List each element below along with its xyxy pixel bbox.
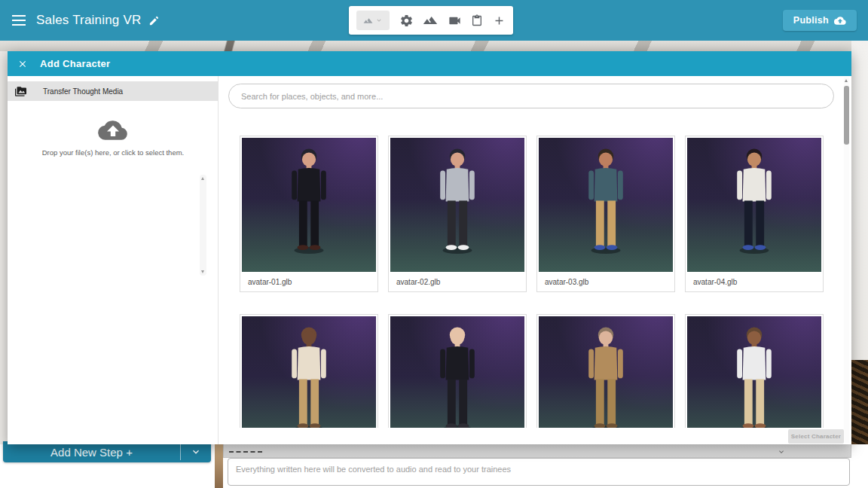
scrollbar-thumb[interactable]	[844, 86, 849, 145]
avatar-preview	[390, 138, 524, 272]
cloud-upload-icon	[98, 118, 128, 142]
avatar-figure	[563, 144, 649, 264]
sidebar-item-label: Transfer Thought Media	[43, 87, 123, 96]
avatar-card[interactable]	[685, 314, 824, 428]
avatar-filename: avatar-02.glb	[389, 272, 526, 291]
sidebar-item-transfer-thought-media[interactable]: Transfer Thought Media	[8, 81, 219, 101]
cloud-upload-icon	[834, 16, 846, 26]
avatar-preview	[242, 316, 376, 428]
clipboard-icon[interactable]	[471, 10, 483, 31]
scroll-down-icon[interactable]	[201, 270, 204, 273]
avatar-preview	[539, 138, 673, 272]
avatar-filename: avatar-01.glb	[240, 272, 377, 291]
modal-header: Add Character	[8, 51, 851, 76]
avatar-filename: avatar-03.glb	[537, 272, 674, 291]
dropzone-text: Drop your file(s) here, or click to sele…	[8, 148, 219, 157]
sidebar-scrollbar[interactable]	[200, 175, 206, 276]
settings-icon[interactable]	[399, 10, 414, 31]
avatar-grid: avatar-01.glb	[240, 136, 829, 428]
asset-browser: avatar-01.glb	[219, 76, 851, 444]
avatar-card[interactable]: avatar-01.glb	[240, 136, 378, 292]
scene-background-left	[0, 51, 8, 444]
add-icon[interactable]	[493, 10, 506, 31]
content-scrollbar[interactable]	[844, 78, 849, 443]
avatar-figure	[266, 144, 352, 264]
avatar-filename: avatar-04.glb	[686, 272, 823, 291]
edit-title-icon[interactable]	[148, 15, 160, 26]
narration-panel-header[interactable]	[223, 443, 851, 458]
file-dropzone[interactable]: Drop your file(s) here, or click to sele…	[8, 118, 219, 171]
avatar-figure	[563, 322, 649, 428]
avatar-figure	[711, 322, 797, 428]
scroll-up-icon[interactable]	[845, 79, 848, 82]
top-app-bar: Sales Training VR Publish	[0, 0, 868, 41]
avatar-card[interactable]	[388, 314, 527, 428]
scene-background-strip	[0, 41, 868, 51]
media-sidebar: Transfer Thought Media Drop your file(s)…	[8, 76, 219, 444]
avatar-figure	[266, 322, 352, 428]
narration-input[interactable]	[228, 458, 850, 486]
avatar-figure	[711, 144, 797, 264]
publish-button[interactable]: Publish	[783, 10, 857, 31]
avatar-preview	[242, 138, 376, 272]
modal-title: Add Character	[40, 58, 110, 69]
menu-icon[interactable]	[8, 9, 30, 32]
video-camera-icon[interactable]	[448, 10, 462, 31]
avatar-preview	[390, 316, 524, 428]
search-input[interactable]	[228, 84, 834, 108]
scroll-up-icon[interactable]	[201, 177, 204, 180]
avatar-figure	[414, 322, 500, 428]
project-title: Sales Training VR	[36, 13, 141, 28]
scene-select-dropdown[interactable]	[356, 11, 390, 30]
avatar-card[interactable]	[536, 314, 675, 428]
terrain-icon[interactable]	[423, 10, 438, 31]
avatar-preview	[687, 138, 821, 272]
chevron-down-icon	[375, 17, 383, 24]
scene-wood-plank	[215, 444, 223, 488]
avatar-card[interactable]: avatar-02.glb	[388, 136, 527, 292]
add-character-modal: Add Character Transfer Thought Media Dro…	[8, 51, 851, 444]
avatar-preview	[687, 316, 821, 428]
scene-background-dark	[851, 360, 868, 444]
avatar-preview	[539, 316, 673, 428]
avatar-card[interactable]	[240, 314, 378, 428]
narration-label-underline	[229, 451, 262, 453]
scene-toolbar	[349, 6, 513, 35]
add-new-step-button[interactable]: Add New Step +	[3, 441, 211, 462]
add-step-label: Add New Step +	[3, 441, 180, 462]
avatar-card[interactable]: avatar-03.glb	[536, 136, 675, 292]
media-folder-icon	[15, 86, 26, 97]
avatar-figure	[414, 144, 500, 264]
chevron-down-icon[interactable]	[181, 441, 211, 462]
avatar-card[interactable]: avatar-04.glb	[685, 136, 824, 292]
close-icon[interactable]	[11, 53, 34, 75]
select-character-button[interactable]: Select Character	[788, 429, 844, 444]
